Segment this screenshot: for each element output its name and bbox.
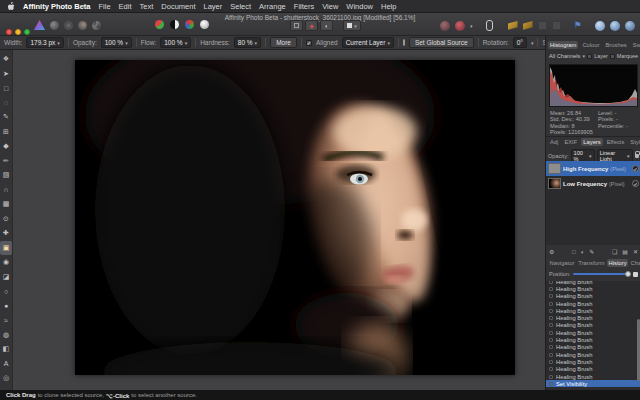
mask-layer-icon[interactable]: □ [572, 249, 576, 255]
minimize-window-button[interactable] [15, 29, 21, 35]
paint-brush-tool[interactable]: ✏ [0, 154, 12, 169]
auto-contrast-icon[interactable] [170, 20, 179, 29]
panel-tab[interactable]: Channels [629, 259, 640, 267]
photo-persona-icon[interactable] [34, 20, 45, 30]
layer-row-high-frequency[interactable]: High Frequency (Pixel) ✓ [546, 161, 640, 176]
layer-checkbox[interactable] [587, 54, 592, 59]
healing-brush-tool[interactable]: ∩ [0, 183, 12, 198]
auto-colour-icon[interactable] [185, 20, 194, 29]
patch-tool[interactable]: ▩ [0, 197, 12, 212]
erase-brush-tool[interactable]: ◪ [0, 270, 12, 285]
panel-tab[interactable]: Effects [605, 138, 627, 146]
brush-dropdown-caret-icon[interactable]: ▾ [470, 23, 473, 29]
panel-tab[interactable]: Navigator [548, 259, 576, 267]
color-picker-tool[interactable]: ◆ [0, 139, 12, 154]
layer-visibility-checkbox[interactable]: ✓ [632, 180, 639, 187]
menu-item[interactable]: Window [346, 2, 373, 11]
history-entry[interactable]: Healing Brush [546, 307, 640, 314]
slider-handle[interactable] [625, 271, 631, 277]
aligned-checkbox[interactable]: ✓ [306, 40, 312, 46]
inpainting-brush-tool[interactable]: ✚ [0, 226, 12, 241]
history-entry[interactable]: Healing Brush [546, 314, 640, 321]
assistant-icon[interactable] [595, 21, 605, 31]
panel-tab[interactable]: Layers [581, 138, 602, 146]
source-icon[interactable] [403, 39, 405, 46]
history-entry[interactable]: Healing Brush [546, 285, 640, 292]
panel-tab[interactable]: Adj [548, 138, 560, 146]
set-global-source-button[interactable]: Set Global Source [409, 37, 474, 48]
delete-layer-icon[interactable]: ✕ [633, 248, 638, 255]
smudge-tool[interactable]: ≈ [0, 313, 12, 328]
panel-tab[interactable]: Brushes [604, 41, 629, 49]
burn-brush-tool[interactable]: ● [0, 299, 12, 314]
channel-caret-icon[interactable]: ▾ [582, 53, 585, 59]
selection-view-icon[interactable] [294, 23, 299, 28]
menu-item[interactable]: View [322, 2, 338, 11]
blemish-removal-tool[interactable]: ⊙ [0, 212, 12, 227]
help-sphere-icon[interactable] [625, 21, 635, 31]
clone-brush-tool[interactable]: ▣ [0, 241, 12, 256]
width-value[interactable]: 179.3 px▾ [26, 37, 63, 48]
source-layer-select[interactable]: Current Layer▾ [342, 37, 394, 48]
layer-visibility-checkbox[interactable]: ✓ [632, 165, 639, 172]
history-entry[interactable]: Healing Brush [546, 336, 640, 343]
menu-item[interactable]: Help [381, 2, 396, 11]
panel-tab[interactable]: Styles [628, 138, 640, 146]
menu-item[interactable]: Layer [203, 2, 222, 11]
panel-tab[interactable]: EXIF [562, 138, 579, 146]
history-entry[interactable]: Healing Brush [546, 293, 640, 300]
dodge-brush-tool[interactable]: ○ [0, 284, 12, 299]
export-persona-icon[interactable] [92, 21, 101, 30]
brush-preview-icon[interactable] [440, 21, 450, 31]
zoom-tool[interactable]: ◎ [0, 371, 12, 386]
marquee-select-tool[interactable]: □ [0, 81, 12, 96]
menu-item[interactable]: Select [230, 2, 251, 11]
mask-view-icon[interactable]: ◆ [305, 20, 318, 31]
split-view-icon[interactable]: ◐ [320, 20, 333, 31]
menu-item[interactable]: Text [140, 2, 154, 11]
mouse-monitor-icon[interactable] [486, 20, 493, 31]
thumbnail-options-button[interactable]: ▾ [343, 20, 361, 31]
history-entry[interactable]: Healing Brush [546, 351, 640, 358]
panel-tab[interactable]: Colour [580, 41, 601, 49]
text-tool[interactable]: A [0, 357, 12, 372]
colour-preview-icon[interactable] [455, 21, 465, 31]
export-slice-icon[interactable] [508, 21, 518, 30]
zoom-window-button[interactable] [24, 29, 30, 35]
history-entry[interactable]: Healing Brush [546, 322, 640, 329]
more-button[interactable]: More [270, 37, 297, 48]
rotate-view-icon[interactable] [610, 21, 620, 31]
pixel-tool[interactable]: ▨ [0, 168, 12, 183]
history-entry[interactable]: Set Visibility [546, 380, 640, 387]
opacity-value[interactable]: 100 %▾ [101, 37, 132, 48]
snapping-flag-icon[interactable]: ⚑ [574, 21, 582, 30]
history-entry[interactable]: Healing Brush [546, 344, 640, 351]
menu-item[interactable]: Filters [294, 2, 314, 11]
menu-item[interactable]: Document [161, 2, 195, 11]
close-window-button[interactable] [6, 29, 12, 35]
duplicate-layer-icon[interactable]: ▤ [622, 248, 628, 255]
gradient-tool[interactable]: ◧ [0, 342, 12, 357]
menu-item[interactable]: Arrange [259, 2, 286, 11]
export-slice-alt-icon[interactable] [523, 21, 533, 30]
history-entry[interactable]: Healing Brush [546, 300, 640, 307]
view-tool[interactable]: ❖ [0, 52, 12, 67]
panel-tab[interactable]: History [607, 259, 628, 267]
apple-menu-icon[interactable] [7, 2, 15, 11]
liquify-persona-icon[interactable] [50, 21, 59, 30]
history-entry[interactable]: Healing Brush [546, 373, 640, 380]
brush-edit-icon[interactable]: ✎ [589, 248, 594, 255]
panel-tab[interactable]: Transform [577, 259, 606, 267]
history-entry[interactable]: Healing Brush [546, 366, 640, 373]
lasso-tool[interactable]: ◌ [0, 96, 12, 111]
history-entry[interactable]: Healing Brush [546, 358, 640, 365]
selection-brush-tool[interactable]: ✎ [0, 110, 12, 125]
adjustment-icon[interactable]: ◐ [581, 249, 585, 255]
photo-image[interactable] [75, 60, 515, 375]
panel-tab[interactable]: Swatches [631, 41, 640, 49]
cycle-button[interactable] [633, 272, 638, 277]
new-layer-icon[interactable]: ❏ [612, 248, 617, 255]
menu-item[interactable]: Affinity Photo Beta [23, 2, 91, 11]
rotation-caret-icon[interactable]: ▾ [531, 40, 534, 46]
tone-mapping-persona-icon[interactable] [78, 21, 87, 30]
